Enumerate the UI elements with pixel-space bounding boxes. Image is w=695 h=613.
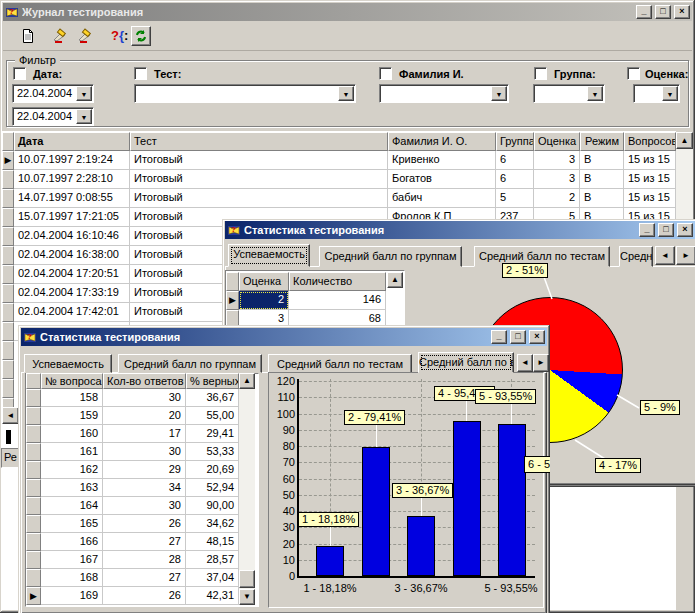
scroll-up-icon[interactable]: ▲	[239, 373, 255, 389]
questions-cell[interactable]: 162	[41, 461, 103, 479]
journal-cell[interactable]: 02.04.2004 17:20:51	[14, 265, 130, 284]
row-header-button[interactable]: ▶	[2, 151, 14, 170]
minimize-button[interactable]: _	[639, 223, 655, 237]
column-header[interactable]: Вопросов	[624, 132, 676, 151]
scroll-down-icon[interactable]: ▼	[239, 589, 255, 605]
tab-avg-clipped[interactable]: Средн	[619, 246, 653, 267]
maximize-button[interactable]: □	[510, 330, 526, 344]
help-insert-icon[interactable]: ?{:	[111, 28, 128, 43]
row-header-button[interactable]	[26, 479, 41, 497]
chevron-down-icon[interactable]: ▼	[662, 86, 678, 101]
questions-cell[interactable]: 30	[103, 497, 186, 515]
questions-cell[interactable]: 29,41	[186, 425, 239, 443]
chevron-down-icon[interactable]: ▼	[338, 86, 354, 101]
column-header[interactable]: № вопроса	[41, 373, 103, 389]
row-header-button[interactable]	[2, 360, 14, 379]
journal-cell[interactable]: Итоговый	[130, 170, 388, 189]
column-header[interactable]: Оценка	[239, 272, 289, 291]
row-header-button[interactable]	[26, 515, 41, 533]
questions-cell[interactable]: 48,15	[186, 533, 239, 551]
date-to-combo[interactable]: 22.04.2004 ▼	[12, 107, 94, 126]
test-combo[interactable]: ▼	[134, 84, 356, 103]
surname-combo[interactable]: ▼	[379, 84, 509, 103]
minimize-button[interactable]: _	[491, 330, 507, 344]
questions-cell[interactable]: 158	[41, 389, 103, 407]
row-header-button[interactable]	[2, 322, 14, 341]
group-checkbox[interactable]	[534, 67, 547, 80]
maximize-button[interactable]: □	[655, 5, 671, 19]
journal-cell[interactable]: 02.04.2004 17:33:19	[14, 284, 130, 303]
journal-cell[interactable]: 3	[534, 151, 580, 170]
tab-avg-by-question[interactable]: Средний балл по в	[418, 352, 514, 373]
journal-cell[interactable]: 6	[496, 170, 534, 189]
journal-cell[interactable]: В	[580, 170, 624, 189]
row-header-button[interactable]	[2, 189, 14, 208]
journal-cell[interactable]: 02.04.2004 17:42:01	[14, 303, 130, 322]
stats1-titlebar[interactable]: ? Статистика тестирования _ □ ×	[225, 221, 695, 239]
journal-cell[interactable]: бабич	[388, 189, 496, 208]
group-combo[interactable]: ▼	[533, 84, 605, 103]
questions-cell[interactable]: 164	[41, 497, 103, 515]
scroll-up-icon[interactable]: ▲	[676, 132, 693, 149]
questions-cell[interactable]: 28,57	[186, 551, 239, 569]
questions-cell[interactable]: 26	[103, 587, 186, 605]
tab-uspevaemost[interactable]: Успеваемость	[228, 244, 310, 267]
column-header[interactable]: Кол-во ответов	[103, 373, 186, 389]
questions-cell[interactable]: 20,69	[186, 461, 239, 479]
journal-cell[interactable]: 15 из 15	[624, 170, 676, 189]
column-header[interactable]: Оценка	[534, 132, 580, 151]
column-header[interactable]: Дата	[14, 132, 130, 151]
row-header-button[interactable]: ▶	[26, 587, 41, 605]
refresh-icon[interactable]	[131, 26, 151, 46]
questions-cell[interactable]: 27	[103, 569, 186, 587]
minimize-button[interactable]: _	[636, 5, 652, 19]
journal-cell[interactable]: Итоговый	[130, 189, 388, 208]
close-button[interactable]: ×	[529, 330, 545, 344]
questions-cell[interactable]: 34,62	[186, 515, 239, 533]
questions-cell[interactable]: 28	[103, 551, 186, 569]
questions-cell[interactable]: 29	[103, 461, 186, 479]
row-header-button[interactable]	[2, 170, 14, 189]
stats2-titlebar[interactable]: ? Статистика тестирования _ □ ×	[21, 328, 547, 346]
column-header[interactable]: Режим	[580, 132, 624, 151]
tab-avg-by-group[interactable]: Средний балл по группам	[319, 246, 462, 267]
grade-checkbox[interactable]	[627, 67, 640, 80]
journal-cell[interactable]: 5	[496, 189, 534, 208]
questions-cell[interactable]: 27	[103, 533, 186, 551]
journal-cell[interactable]: 3	[534, 170, 580, 189]
row-header-button[interactable]	[2, 227, 14, 246]
scroll-left-icon[interactable]: ◄	[2, 407, 19, 424]
test-checkbox[interactable]	[134, 67, 147, 80]
column-header[interactable]: Количество	[289, 272, 386, 291]
edit-pencil-icon[interactable]	[52, 27, 68, 43]
journal-cell[interactable]: В	[580, 189, 624, 208]
chevron-down-icon[interactable]: ▼	[76, 109, 92, 124]
row-header-button[interactable]	[26, 569, 41, 587]
date-checkbox[interactable]	[13, 67, 26, 80]
journal-cell[interactable]: 15 из 15	[624, 189, 676, 208]
questions-cell[interactable]: 37,04	[186, 569, 239, 587]
grades-cell[interactable]: 2	[239, 291, 289, 310]
row-header-button[interactable]	[2, 303, 14, 322]
tab-avg-by-group[interactable]: Средний балл по группам	[118, 354, 262, 373]
row-header-button[interactable]	[2, 208, 14, 227]
row-header-button[interactable]: ▶	[226, 291, 239, 310]
row-header-button[interactable]	[2, 265, 14, 284]
column-header[interactable]: Тест	[130, 132, 388, 151]
journal-cell[interactable]: 6	[496, 151, 534, 170]
journal-cell[interactable]: 15 из 15	[624, 151, 676, 170]
journal-cell[interactable]: 2	[534, 189, 580, 208]
questions-cell[interactable]: 42,31	[186, 587, 239, 605]
scroll-up-icon[interactable]: ▲	[387, 272, 403, 288]
journal-cell[interactable]: В	[580, 151, 624, 170]
column-header[interactable]: Группа	[496, 132, 534, 151]
journal-cell[interactable]: 02.04.2004 16:10:46	[14, 227, 130, 246]
row-header-button[interactable]	[26, 497, 41, 515]
questions-cell[interactable]: 30	[103, 389, 186, 407]
row-header-button[interactable]	[2, 341, 14, 360]
row-header-button[interactable]	[2, 379, 14, 398]
journal-cell[interactable]: 02.04.2004 16:38:00	[14, 246, 130, 265]
questions-cell[interactable]: 163	[41, 479, 103, 497]
report-icon[interactable]	[20, 28, 36, 44]
tab-scroll-left-icon[interactable]: ◄	[655, 246, 675, 265]
